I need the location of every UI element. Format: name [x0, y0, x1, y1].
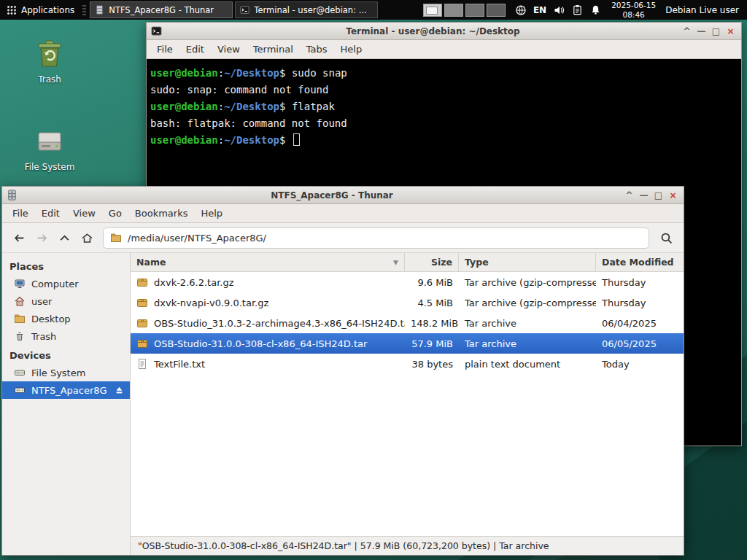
menu-edit[interactable]: Edit — [179, 44, 211, 55]
sidebar-item-computer[interactable]: Computer — [2, 275, 130, 292]
back-button[interactable] — [9, 228, 29, 248]
desktop-icon-filesystem[interactable]: File System — [13, 124, 86, 172]
home-folder-icon — [14, 295, 26, 307]
desktop-root: { "panel": { "applications_label": "Appl… — [0, 0, 747, 560]
close-button[interactable]: × — [724, 24, 737, 39]
file-list-header: Name ▼ Size Type Date Modified — [131, 253, 684, 272]
minimize-button[interactable]: — — [638, 188, 650, 203]
sidebar-item-desktop[interactable]: Desktop — [2, 310, 130, 327]
file-date: 06/04/2025 — [596, 318, 684, 329]
menu-bookmarks[interactable]: Bookmarks — [128, 208, 195, 219]
menu-file[interactable]: File — [6, 208, 35, 219]
desktop-icon-label: File System — [13, 162, 86, 172]
file-row-selected[interactable]: OSB-Studio-31.0.0-308-cl-x86_64-ISH24D.t… — [131, 333, 684, 354]
terminal-line: sudo: snap: command not found — [150, 82, 740, 98]
forward-button[interactable] — [31, 228, 52, 248]
menu-edit[interactable]: Edit — [35, 208, 66, 219]
column-header-date-modified[interactable]: Date Modified — [596, 253, 684, 271]
clock[interactable]: 2025-06-15 08:46 — [611, 1, 656, 19]
desktop-icon-trash[interactable]: Trash — [13, 36, 86, 85]
window-title: Terminal - user@debian: ~/Desktop — [190, 26, 676, 36]
menu-file[interactable]: File — [150, 44, 179, 55]
session-user-label[interactable]: Debian Live user — [665, 5, 739, 15]
network-icon[interactable] — [515, 4, 527, 16]
workspace-2[interactable] — [444, 4, 463, 17]
task-label: Terminal - user@debian: ... — [254, 5, 366, 15]
notifications-bell-icon[interactable] — [590, 4, 601, 15]
file-row[interactable]: dxvk-2.6.2.tar.gz 9.6 MiB Tar archive (g… — [131, 272, 684, 292]
shade-button[interactable]: ^ — [623, 188, 635, 203]
applications-menu-button[interactable]: Applications — [0, 0, 81, 20]
column-header-size[interactable]: Size — [405, 253, 459, 271]
workspace-1[interactable] — [423, 4, 442, 17]
workspace-3[interactable] — [465, 4, 484, 17]
minimize-button[interactable]: — — [695, 24, 708, 39]
eject-icon[interactable] — [115, 386, 124, 395]
volume-icon[interactable] — [553, 4, 565, 16]
menu-terminal[interactable]: Terminal — [247, 44, 300, 55]
archive-icon — [136, 276, 148, 288]
clipboard-icon[interactable] — [572, 4, 583, 15]
terminal-titlebar[interactable]: Terminal - user@debian: ~/Desktop ^ — □ … — [147, 23, 741, 40]
task-label: NTFS_Apacer8G - Thunar — [109, 5, 214, 15]
file-date: Today — [596, 359, 684, 370]
maximize-button[interactable]: □ — [652, 188, 665, 203]
home-button[interactable] — [77, 228, 97, 248]
terminal-menubar: File Edit View Terminal Tabs Help — [147, 40, 741, 59]
column-header-type[interactable]: Type — [459, 253, 596, 271]
menu-view[interactable]: View — [211, 44, 247, 55]
column-header-name[interactable]: Name ▼ — [131, 253, 405, 271]
location-bar[interactable]: /media/user/NTFS_Apacer8G/ — [103, 228, 649, 249]
terminal-task-icon — [240, 5, 249, 15]
archive-icon — [136, 297, 148, 308]
terminal-line: user@debian:~/Desktop$ flatpak — [150, 98, 740, 115]
thunar-titlebar[interactable]: NTFS_Apacer8G - Thunar ^ — □ × — [2, 187, 684, 204]
taskbar-button-thunar[interactable]: NTFS_Apacer8G - Thunar — [90, 1, 233, 18]
file-type: Tar archive — [459, 318, 596, 329]
thunar-toolbar: /media/user/NTFS_Apacer8G/ — [2, 223, 684, 252]
taskbar-button-terminal[interactable]: Terminal - user@debian: ... — [235, 1, 378, 18]
sidebar-item-trash[interactable]: Trash — [2, 327, 130, 345]
sidebar-item-user[interactable]: user — [2, 292, 130, 310]
menu-tabs[interactable]: Tabs — [300, 44, 334, 55]
file-row[interactable]: OBS-Studio_31.0.3-2-archimage4.3-x86_64-… — [131, 313, 684, 333]
file-size: 9.6 MiB — [405, 277, 459, 288]
computer-icon — [14, 278, 26, 289]
workspace-pager — [423, 4, 506, 17]
shade-button[interactable]: ^ — [681, 24, 693, 39]
thunar-app-icon — [7, 190, 18, 201]
filesystem-drive-icon — [13, 124, 86, 159]
up-button[interactable] — [54, 228, 74, 248]
keyboard-layout-indicator[interactable]: EN — [533, 5, 546, 15]
menu-view[interactable]: View — [66, 208, 102, 219]
file-size: 4.5 MiB — [405, 298, 459, 308]
clock-time: 08:46 — [611, 10, 656, 20]
file-pane: Name ▼ Size Type Date Modified dxvk-2.6.… — [131, 253, 684, 555]
status-text: "OSB-Studio-31.0.0-308-cl-x86_64-ISH24D.… — [138, 540, 549, 551]
sidebar-item-file-system[interactable]: File System — [2, 364, 130, 381]
terminal-cursor — [293, 133, 300, 146]
panel-separator — [82, 4, 86, 17]
search-button[interactable] — [655, 227, 677, 249]
sidebar-item-ntfs-apacer8g[interactable]: NTFS_Apacer8G — [2, 381, 130, 399]
file-size: 38 bytes — [405, 359, 459, 370]
desktop-icon-label: Trash — [13, 74, 86, 85]
menu-help[interactable]: Help — [194, 208, 229, 219]
menu-go[interactable]: Go — [102, 208, 128, 219]
desktop-folder-icon — [14, 313, 26, 324]
workspace-4[interactable] — [487, 4, 506, 17]
file-row[interactable]: dxvk-nvapi-v0.9.0.tar.gz 4.5 MiB Tar arc… — [131, 292, 684, 313]
thunar-sidebar: Places Computer user Desktop — [2, 253, 131, 555]
menu-help[interactable]: Help — [334, 44, 369, 55]
applications-label: Applications — [21, 5, 74, 15]
text-file-icon — [136, 358, 148, 370]
file-row[interactable]: TextFile.txt 38 bytes plain text documen… — [131, 354, 684, 374]
close-button[interactable]: × — [667, 188, 679, 203]
folder-icon — [110, 232, 122, 244]
maximize-button[interactable]: □ — [710, 24, 722, 39]
drive-icon — [14, 367, 26, 378]
clock-date: 2025-06-15 — [611, 1, 656, 10]
file-name: OSB-Studio-31.0.0-308-cl-x86_64-ISH24D.t… — [154, 338, 367, 349]
file-type: Tar archive — [459, 338, 596, 349]
status-bar: "OSB-Studio-31.0.0-308-cl-x86_64-ISH24D.… — [131, 536, 684, 555]
